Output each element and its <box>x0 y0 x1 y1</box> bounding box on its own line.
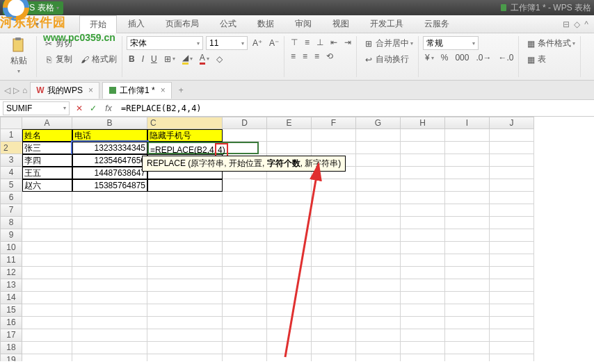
row-4[interactable]: 4 <box>0 167 22 179</box>
row-15[interactable]: 15 <box>0 304 22 317</box>
ribbon-min-icon[interactable]: ⊟ <box>563 19 570 29</box>
cell-A1[interactable]: 姓名 <box>22 129 72 142</box>
menu-data[interactable]: 数据 <box>248 15 284 33</box>
align-center-button[interactable]: ≡ <box>300 50 310 63</box>
row-13[interactable]: 13 <box>0 279 22 292</box>
col-E[interactable]: E <box>267 117 312 129</box>
cell-A3[interactable]: 李四 <box>22 154 72 167</box>
row-1[interactable]: 1 <box>0 129 22 142</box>
fill-color-button[interactable]: ◢▾ <box>180 51 195 66</box>
cell-B4[interactable]: 14487638647 <box>72 167 147 179</box>
spreadsheet-grid[interactable]: A B C D E F G H I J 1 2 3 4 5 6 7 8 9 10… <box>0 117 594 361</box>
fx-icon[interactable]: fx <box>100 104 117 113</box>
number-format-select[interactable]: 常规▾ <box>423 36 479 50</box>
col-I[interactable]: I <box>445 117 490 129</box>
underline-button[interactable]: U <box>149 53 159 65</box>
row-5[interactable]: 5 <box>0 179 22 192</box>
border-button[interactable]: ⊞▾ <box>162 53 177 65</box>
percent-button[interactable]: % <box>439 51 451 64</box>
font-size-select[interactable]: 11▾ <box>206 36 248 50</box>
menu-layout[interactable]: 页面布局 <box>156 15 209 33</box>
menu-cloud[interactable]: 云服务 <box>415 15 459 33</box>
cell-A4[interactable]: 王五 <box>22 167 72 179</box>
indent-inc-button[interactable]: ⇥ <box>342 36 353 49</box>
align-left-button[interactable]: ≡ <box>289 50 298 63</box>
menu-view[interactable]: 视图 <box>323 15 359 33</box>
cell-A2[interactable]: 张三 <box>22 142 72 154</box>
col-A[interactable]: A <box>22 117 72 129</box>
row-18[interactable]: 18 <box>0 342 22 354</box>
cell-B3[interactable]: 12354647656 <box>72 154 147 167</box>
col-D[interactable]: D <box>223 117 267 129</box>
cell-B5[interactable]: 15385764875 <box>72 179 147 192</box>
row-17[interactable]: 17 <box>0 329 22 342</box>
wrap-button[interactable]: ↩自动换行 <box>361 52 415 67</box>
row-11[interactable]: 11 <box>0 254 22 267</box>
dec-dec-button[interactable]: ←.0 <box>496 51 515 64</box>
col-B[interactable]: B <box>72 117 147 129</box>
tab-workbook[interactable]: 工作簿1 * × <box>102 82 172 99</box>
increase-font-button[interactable]: A⁺ <box>250 37 264 49</box>
cell-B1[interactable]: 电话 <box>72 129 147 142</box>
font-color-button[interactable]: A▾ <box>198 51 211 66</box>
clear-format-button[interactable]: ◇ <box>214 53 225 65</box>
col-C[interactable]: C <box>147 117 223 129</box>
tab-close-icon[interactable]: × <box>88 85 93 95</box>
italic-button[interactable]: I <box>140 53 146 65</box>
indent-dec-button[interactable]: ⇤ <box>328 36 339 49</box>
row-8[interactable]: 8 <box>0 217 22 229</box>
align-mid-button[interactable]: ≡ <box>303 36 312 49</box>
tab-mywps[interactable]: W 我的WPS × <box>30 82 99 99</box>
formula-cancel-button[interactable]: ✕ <box>72 104 86 113</box>
cell-B2[interactable]: 13233334345 <box>72 142 147 154</box>
menu-home[interactable]: 开始 <box>79 15 117 33</box>
menu-insert[interactable]: 插入 <box>118 15 154 33</box>
name-box[interactable]: SUMIF▾ <box>3 101 70 115</box>
col-F[interactable]: F <box>312 117 356 129</box>
comma-button[interactable]: 000 <box>453 51 471 64</box>
formula-confirm-button[interactable]: ✓ <box>86 104 100 113</box>
tab-prev-button[interactable]: ◁ <box>4 85 10 95</box>
paste-button[interactable]: 粘贴▾ <box>4 36 33 75</box>
merge-button[interactable]: ⊞合并居中▾ <box>361 36 415 51</box>
row-16[interactable]: 16 <box>0 317 22 329</box>
bold-button[interactable]: B <box>127 53 137 65</box>
menu-review[interactable]: 审阅 <box>285 15 321 33</box>
tab-home-button[interactable]: ⌂ <box>22 85 27 95</box>
row-14[interactable]: 14 <box>0 292 22 304</box>
row-9[interactable]: 9 <box>0 229 22 242</box>
orientation-button[interactable]: ⟲ <box>324 50 335 63</box>
font-select[interactable]: 宋体▾ <box>127 36 203 50</box>
copy-button[interactable]: ⎘复制 <box>41 52 74 67</box>
cell-A5[interactable]: 赵六 <box>22 179 72 192</box>
dec-inc-button[interactable]: .0→ <box>474 51 493 64</box>
row-10[interactable]: 10 <box>0 242 22 254</box>
app-menu-caret[interactable]: ▾ <box>56 5 59 11</box>
col-H[interactable]: H <box>401 117 445 129</box>
align-right-button[interactable]: ≡ <box>312 50 321 63</box>
cell-C5[interactable] <box>147 179 223 192</box>
format-painter-button[interactable]: 🖌格式刷 <box>77 52 119 67</box>
menu-formula[interactable]: 公式 <box>210 15 246 33</box>
decrease-font-button[interactable]: A⁻ <box>267 37 281 49</box>
tab-next-button[interactable]: ▷ <box>13 85 19 95</box>
cell[interactable] <box>223 129 267 142</box>
row-6[interactable]: 6 <box>0 192 22 204</box>
menu-dev[interactable]: 开发工具 <box>360 15 413 33</box>
col-G[interactable]: G <box>356 117 401 129</box>
table-format-button[interactable]: ▦表 <box>523 52 577 67</box>
row-12[interactable]: 12 <box>0 267 22 279</box>
column-headers[interactable]: A B C D E F G H I J <box>22 117 534 129</box>
row-7[interactable]: 7 <box>0 204 22 217</box>
cell-C1[interactable]: 隐藏手机号 <box>147 129 223 142</box>
cond-format-button[interactable]: ▦条件格式▾ <box>523 36 577 51</box>
select-all-corner[interactable] <box>0 117 22 129</box>
ribbon-help-icon[interactable]: ◇ <box>574 19 580 29</box>
currency-button[interactable]: ¥▾ <box>423 51 436 64</box>
align-bot-button[interactable]: ⊥ <box>314 36 326 49</box>
row-19[interactable]: 19 <box>0 354 22 361</box>
col-J[interactable]: J <box>490 117 534 129</box>
ribbon-pin-icon[interactable]: ^ <box>584 19 588 29</box>
align-top-button[interactable]: ⊤ <box>289 36 300 49</box>
active-cell-editor[interactable]: =REPLACE(B2,4,4) <box>147 142 259 154</box>
